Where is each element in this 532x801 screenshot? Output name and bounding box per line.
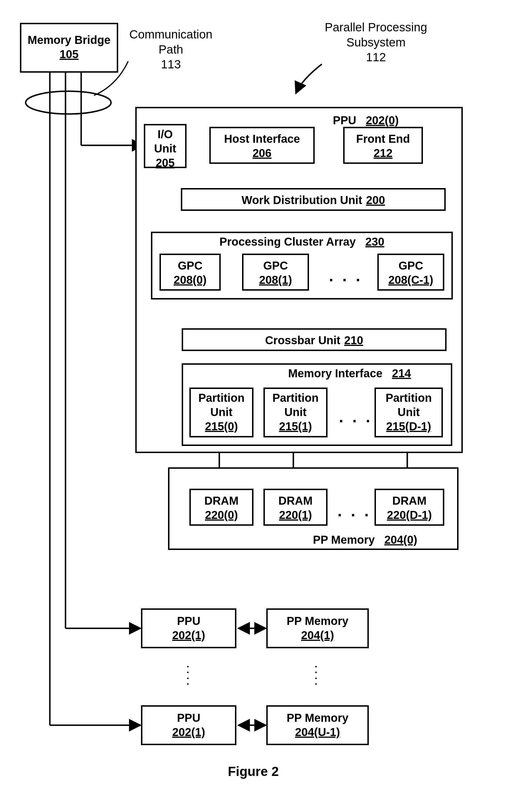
- ppmem-vdots: ....: [315, 661, 317, 685]
- wdu-ref: 200: [366, 194, 385, 206]
- ppu0-title: PPU 202(0): [333, 114, 399, 127]
- wdu-label: Work Distribution Unit: [242, 194, 362, 206]
- ppmemU-label: PP Memory: [270, 711, 364, 725]
- dram0-label: DRAM: [194, 493, 249, 508]
- wdu-block: Work Distribution Unit 200: [181, 188, 446, 211]
- gpcC-label: GPC: [382, 258, 440, 273]
- crossbar-ref: 210: [344, 334, 363, 347]
- front-end-label: Front End: [347, 132, 419, 146]
- ppmem1-block: PP Memory 204(1): [266, 608, 369, 648]
- gpc-ellipsis: . . .: [329, 266, 363, 285]
- dramD-label: DRAM: [379, 493, 440, 508]
- crossbar-label: Crossbar Unit: [265, 334, 341, 347]
- pu0-label1: Partition: [194, 391, 249, 405]
- pu0-block: Partition Unit 215(0): [189, 388, 253, 437]
- dramD-ref: 220(D-1): [379, 508, 440, 522]
- pu1-ref: 215(1): [268, 419, 323, 433]
- pps-text1: Parallel Processing: [310, 20, 441, 35]
- host-interface-block: Host Interface 206: [209, 127, 315, 164]
- figure-caption: Figure 2: [228, 764, 279, 779]
- dramD-block: DRAM 220(D-1): [375, 489, 444, 526]
- pu0-ref: 215(0): [194, 419, 249, 433]
- comm-path-ref: 113: [120, 57, 222, 72]
- io-unit-label2: Unit: [148, 141, 182, 155]
- puD-label2: Unit: [379, 405, 439, 419]
- pps-label: Parallel Processing Subsystem 112: [310, 20, 441, 65]
- comm-path-text1: Communication: [120, 27, 222, 42]
- ppu-last-block: PPU 202(1): [141, 705, 236, 745]
- ppu0-ref: 202(0): [366, 114, 399, 127]
- puD-ref: 215(D-1): [379, 419, 439, 433]
- ppu-last-label: PPU: [145, 711, 232, 725]
- pca-title: Processing Cluster Array 230: [152, 235, 451, 248]
- gpc1-block: GPC 208(1): [242, 254, 309, 291]
- memif-ref: 214: [392, 367, 411, 379]
- ppmem1-label: PP Memory: [270, 614, 364, 628]
- ppmem0-ref: 204(0): [384, 534, 417, 546]
- dram1-label: DRAM: [268, 493, 323, 508]
- io-unit-ref: 205: [148, 155, 182, 170]
- diagram-stage: Memory Bridge 105 Communication Path 113…: [8, 12, 524, 789]
- gpcC-block: GPC 208(C-1): [377, 254, 444, 291]
- memif-title: Memory Interface 214: [288, 367, 411, 380]
- ppmem1-ref: 204(1): [270, 628, 364, 642]
- ppu1-label: PPU: [145, 614, 232, 628]
- memory-bridge-block: Memory Bridge 105: [20, 23, 118, 73]
- front-end-block: Front End 212: [343, 127, 423, 164]
- pps-ref: 112: [310, 50, 441, 65]
- ppu-last-ref: 202(1): [145, 725, 232, 739]
- dram1-block: DRAM 220(1): [263, 489, 327, 526]
- puD-label1: Partition: [379, 391, 439, 405]
- pps-text2: Subsystem: [310, 35, 441, 50]
- gpc0-ref: 208(0): [164, 273, 216, 287]
- memory-bridge-ref: 105: [24, 47, 114, 61]
- gpcC-ref: 208(C-1): [382, 273, 440, 287]
- ppmemU-ref: 204(U-1): [270, 725, 364, 739]
- ppu1-ref: 202(1): [145, 628, 232, 642]
- pu1-label1: Partition: [268, 391, 323, 405]
- svg-point-0: [26, 91, 111, 114]
- io-unit-label1: I/O: [148, 127, 182, 141]
- ppu-vdots: ....: [187, 661, 189, 685]
- puD-block: Partition Unit 215(D-1): [375, 388, 443, 437]
- ppmemU-block: PP Memory 204(U-1): [266, 705, 369, 745]
- gpc0-block: GPC 208(0): [159, 254, 221, 291]
- ppmem0-title: PP Memory 204(0): [313, 534, 417, 546]
- gpc0-label: GPC: [164, 258, 216, 273]
- pca-label: Processing Cluster Array: [220, 235, 356, 248]
- pu-ellipsis: . . .: [339, 408, 373, 426]
- pu0-label2: Unit: [194, 405, 249, 419]
- host-interface-label: Host Interface: [214, 132, 310, 146]
- dram0-ref: 220(0): [194, 508, 249, 522]
- dram1-ref: 220(1): [268, 508, 323, 522]
- pca-ref: 230: [365, 235, 384, 248]
- memif-label: Memory Interface: [288, 367, 382, 379]
- dram0-block: DRAM 220(0): [189, 489, 253, 526]
- communication-path-label: Communication Path 113: [120, 27, 222, 72]
- crossbar-block: Crossbar Unit 210: [182, 328, 446, 351]
- pu1-block: Partition Unit 215(1): [263, 388, 327, 437]
- ppmem0-label: PP Memory: [313, 534, 375, 546]
- ppu0-label: PPU: [333, 114, 356, 127]
- pu1-label2: Unit: [268, 405, 323, 419]
- dram-ellipsis: . . .: [338, 502, 371, 520]
- host-interface-ref: 206: [214, 146, 310, 160]
- memory-bridge-label: Memory Bridge: [24, 33, 114, 47]
- front-end-ref: 212: [347, 146, 419, 160]
- io-unit-block: I/O Unit 205: [144, 124, 187, 168]
- ppu1-block: PPU 202(1): [141, 608, 236, 648]
- comm-path-text2: Path: [120, 42, 222, 57]
- gpc1-label: GPC: [246, 258, 305, 273]
- gpc1-ref: 208(1): [246, 273, 305, 287]
